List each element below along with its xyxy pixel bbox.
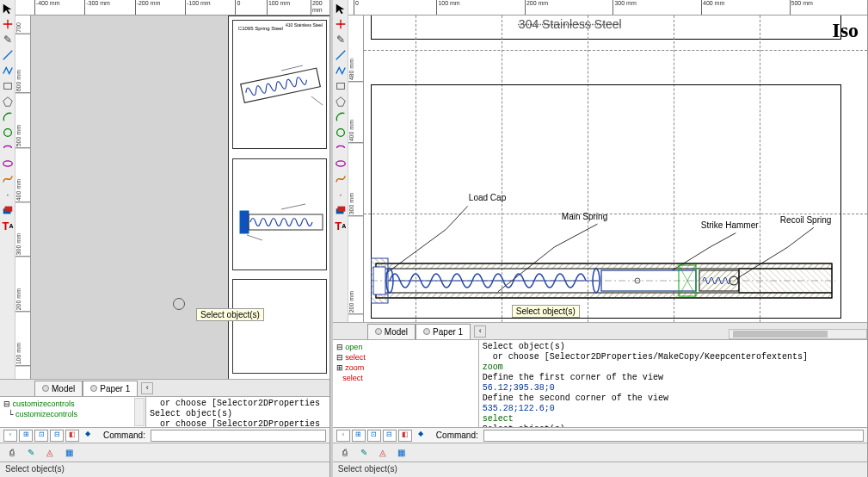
- svg-point-17: [336, 129, 344, 137]
- tab-scroll-left[interactable]: ‹: [141, 382, 153, 394]
- layer-blue-icon[interactable]: [1, 203, 15, 217]
- svg-line-8: [281, 65, 303, 71]
- line-icon[interactable]: [1, 48, 15, 62]
- pencil-icon[interactable]: ✎: [334, 33, 348, 46]
- layer-blue-icon[interactable]: [334, 203, 348, 217]
- polyline-icon[interactable]: [1, 64, 15, 77]
- tab-paper1[interactable]: Paper 1: [416, 324, 471, 339]
- bt-icon-1[interactable]: ⎙: [5, 446, 19, 460]
- polyline-icon[interactable]: [334, 64, 348, 77]
- cmd-btn-4[interactable]: ⊟: [383, 430, 397, 442]
- cmd-btn-5[interactable]: ◧: [65, 430, 79, 442]
- ellipse-icon[interactable]: [334, 157, 348, 170]
- command-input[interactable]: [483, 430, 864, 442]
- bt-icon-3[interactable]: ◬: [43, 446, 57, 460]
- bt-icon-3[interactable]: ◬: [376, 446, 390, 460]
- svg-rect-11: [249, 214, 323, 230]
- label-strike-hammer: Strike Hammer: [701, 220, 759, 230]
- svg-point-18: [336, 161, 346, 166]
- svg-marker-16: [336, 97, 346, 107]
- ruler-horizontal: -400 mm -300 mm -200 mm -100 mm 0 100 mm…: [15, 0, 329, 15]
- cmd-btn-4[interactable]: ⊟: [50, 430, 64, 442]
- svg-point-3: [4, 129, 12, 137]
- rect-icon[interactable]: [334, 79, 348, 93]
- pencil-icon[interactable]: ✎: [1, 33, 15, 46]
- circle-icon[interactable]: [1, 126, 15, 139]
- command-input-row: ▫ ⊞ ⊡ ⊟ ◧ ◆ Command:: [0, 427, 329, 443]
- cmd-btn-6[interactable]: ◆: [81, 430, 95, 442]
- bt-icon-4[interactable]: ▦: [62, 446, 76, 460]
- bottom-toolbar: ⎙ ✎ ◬ ▦: [0, 443, 329, 462]
- ellipse-icon[interactable]: [1, 157, 15, 170]
- circle-icon[interactable]: [334, 126, 348, 139]
- tab-paper1[interactable]: Paper 1: [83, 381, 138, 396]
- point-icon[interactable]: ·: [334, 188, 348, 201]
- spline-icon[interactable]: [334, 172, 348, 186]
- svg-rect-6: [5, 207, 13, 212]
- dimension-cross-icon[interactable]: [1, 17, 15, 31]
- point-icon[interactable]: ·: [1, 188, 15, 201]
- arc-icon[interactable]: [334, 110, 348, 124]
- right-canvas[interactable]: 304 Stainless Steel Iso Load Cap: [364, 15, 867, 322]
- text-icon[interactable]: TA: [1, 219, 15, 232]
- left-tabbar: Model Paper 1 ‹: [0, 379, 329, 396]
- thumb-label: C1095 Spring Steel: [238, 26, 283, 31]
- ellipse-arc-icon[interactable]: [334, 141, 348, 155]
- selector-icon[interactable]: [1, 2, 15, 15]
- command-label: Command:: [103, 431, 145, 440]
- command-history-tree[interactable]: ⊟ customizecontrols └ customizecontrols: [0, 397, 146, 427]
- spline-icon[interactable]: [1, 172, 15, 186]
- right-toolstrip: ✎ · TA: [333, 0, 348, 322]
- tab-scroll-left[interactable]: ‹: [474, 325, 486, 338]
- cursor-indicator: [173, 298, 185, 310]
- line-icon[interactable]: [334, 48, 348, 62]
- bt-icon-2[interactable]: ✎: [24, 446, 38, 460]
- svg-line-9: [311, 96, 323, 105]
- rect-icon[interactable]: [1, 79, 15, 93]
- arc-icon[interactable]: [1, 110, 15, 124]
- cmd-btn-6[interactable]: ◆: [414, 430, 428, 442]
- cmd-btn-3[interactable]: ⊡: [34, 430, 48, 442]
- left-pane: ✎ · TA -400 mm -300 mm -200 mm: [0, 0, 330, 477]
- label-recoil-spring: Recoil Spring: [780, 215, 831, 225]
- status-bar: Select object(s): [0, 462, 329, 477]
- bt-icon-2[interactable]: ✎: [357, 446, 371, 460]
- command-input-row: ▫ ⊞ ⊡ ⊟ ◧ ◆ Command:: [333, 427, 867, 443]
- bt-icon-4[interactable]: ▦: [395, 446, 409, 460]
- left-canvas[interactable]: C1095 Spring Steel 410 Stainless Steel: [31, 15, 329, 379]
- polygon-icon[interactable]: [1, 95, 15, 108]
- command-input[interactable]: [151, 430, 326, 442]
- cmd-btn-1[interactable]: ▫: [336, 430, 350, 442]
- cmd-btn-5[interactable]: ◧: [398, 430, 412, 442]
- iso-title: Iso: [832, 19, 859, 42]
- ruler-horizontal: 0 100 mm 200 mm 300 mm 400 mm 500 mm: [348, 0, 867, 15]
- cmd-btn-2[interactable]: ⊞: [19, 430, 33, 442]
- cmd-btn-2[interactable]: ⊞: [352, 430, 366, 442]
- svg-line-14: [336, 51, 346, 60]
- ruler-vertical: 700 600 mm 500 mm 400 mm 300 mm 200 mm 1…: [15, 15, 31, 379]
- cmd-btn-1[interactable]: ▫: [3, 430, 17, 442]
- svg-rect-25: [376, 293, 832, 298]
- svg-rect-24: [376, 263, 832, 269]
- polygon-icon[interactable]: [334, 95, 348, 108]
- tab-model[interactable]: Model: [367, 324, 416, 339]
- dimension-cross-icon[interactable]: [334, 17, 348, 31]
- tab-model[interactable]: Model: [34, 381, 83, 396]
- cmd-btn-3[interactable]: ⊡: [367, 430, 381, 442]
- ellipse-arc-icon[interactable]: [1, 141, 15, 155]
- text-icon[interactable]: TA: [334, 219, 348, 232]
- h-scrollbar[interactable]: [729, 329, 867, 339]
- svg-point-4: [3, 161, 13, 166]
- bt-icon-1[interactable]: ⎙: [338, 446, 352, 460]
- canvas-tooltip: Select object(s): [196, 308, 264, 321]
- svg-line-0: [3, 51, 13, 60]
- left-toolstrip: ✎ · TA: [0, 0, 15, 379]
- svg-rect-15: [336, 84, 344, 90]
- command-log: or choose [Selector2DProperties Select o…: [146, 397, 329, 427]
- command-label: Command:: [436, 431, 478, 440]
- svg-rect-7: [241, 68, 321, 102]
- bottom-toolbar: ⎙ ✎ ◬ ▦: [333, 443, 867, 462]
- selector-icon[interactable]: [334, 2, 348, 15]
- right-tabbar: Model Paper 1 ‹: [333, 322, 867, 339]
- command-history-tree[interactable]: ⊟ open ⊟ select ⊞ zoom select: [333, 340, 479, 427]
